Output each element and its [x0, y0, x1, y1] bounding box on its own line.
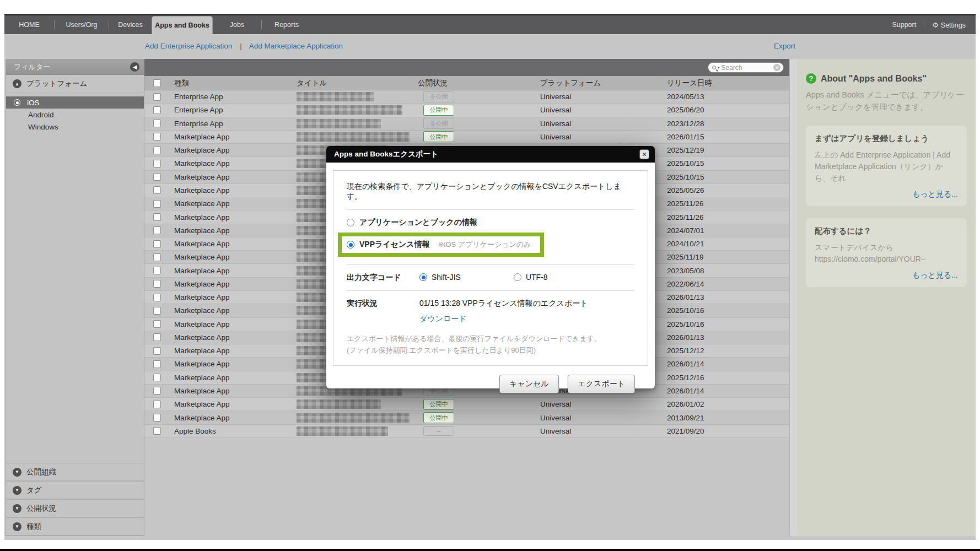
sidebar-collapse-button[interactable]: ◀ [130, 62, 139, 72]
row-checkbox[interactable] [153, 401, 161, 408]
modal-description: 現在の検索条件で、アプリケーションとブックの情報をCSVエクスポートします。 [347, 182, 634, 202]
row-date: 2025/06/20 [663, 106, 789, 114]
row-checkbox[interactable] [153, 387, 161, 395]
sidebar-section[interactable]: ▼公開組織 [6, 463, 144, 481]
row-title-redacted [297, 105, 402, 115]
support-link[interactable]: Support [892, 21, 916, 29]
row-checkbox[interactable] [153, 226, 161, 234]
tab-jobs[interactable]: Jobs [213, 15, 261, 34]
sidebar-section[interactable]: ▼公開状況 [6, 499, 144, 517]
row-type: Marketplace App [170, 186, 292, 195]
row-date: 2024/10/21 [663, 240, 789, 248]
row-date: 2021/09/20 [663, 427, 789, 435]
row-checkbox[interactable] [153, 200, 161, 208]
row-checkbox[interactable] [153, 147, 161, 154]
sidebar-section[interactable]: ▼タグ [6, 481, 144, 499]
row-checkbox[interactable] [153, 360, 161, 368]
row-checkbox[interactable] [153, 120, 161, 127]
settings-link[interactable]: ⚙Settings [932, 21, 966, 29]
row-date: 2026/01/13 [663, 293, 789, 301]
row-date: 2025/11/19 [663, 253, 789, 261]
column-header-title[interactable]: タイトル [292, 78, 413, 88]
add-marketplace-application-link[interactable]: Add Marketplace Application [249, 42, 343, 50]
row-checkbox[interactable] [153, 280, 161, 288]
row-checkbox[interactable] [153, 213, 161, 221]
column-header-platform[interactable]: プラットフォーム [536, 78, 663, 88]
row-checkbox[interactable] [153, 253, 161, 261]
select-all-checkbox[interactable] [153, 79, 161, 87]
row-title-redacted [297, 413, 410, 423]
row-type: Enterprise App [170, 93, 292, 101]
sidebar-section-label: タグ [26, 485, 42, 495]
modal-note-line1: エクスポート情報がある場合、最後の実行ファイルをダウンロードできます。 [347, 334, 601, 343]
row-platform: Universal [536, 93, 663, 101]
row-checkbox[interactable] [153, 320, 161, 328]
row-checkbox[interactable] [153, 267, 161, 274]
row-title-redacted [297, 92, 374, 101]
sidebar-item-label: Windows [28, 123, 58, 131]
sidebar-section-platform[interactable]: ▲ プラットフォーム [6, 75, 144, 93]
bottom-edge [0, 549, 980, 551]
search-clear-icon[interactable]: ✕ [773, 64, 780, 71]
row-checkbox[interactable] [153, 133, 161, 141]
row-checkbox[interactable] [153, 240, 161, 248]
row-type: Marketplace App [170, 133, 292, 141]
row-checkbox[interactable] [153, 160, 161, 168]
help-card-title: 配布するには？ [815, 226, 958, 236]
row-title-redacted [297, 119, 381, 128]
scrollbar-track[interactable] [789, 59, 797, 536]
row-checkbox[interactable] [153, 106, 161, 114]
row-checkbox[interactable] [153, 186, 161, 194]
add-enterprise-application-link[interactable]: Add Enterprise Application [145, 42, 232, 50]
row-checkbox[interactable] [153, 427, 161, 435]
export-button[interactable]: エクスポート [568, 375, 635, 393]
see-more-link[interactable]: もっと見る... [912, 190, 958, 198]
tab-users-org[interactable]: Users/Org [55, 15, 109, 34]
nav-tabs: HOMEUsers/OrgDevicesApps and BooksJobsRe… [4, 15, 311, 34]
tab-home[interactable]: HOME [4, 15, 54, 34]
close-icon[interactable]: ✕ [639, 149, 649, 159]
charset-option-shift-jis[interactable]: Shift-JIS [419, 273, 461, 282]
row-checkbox[interactable] [153, 307, 161, 315]
sidebar-item-windows[interactable]: Windows [6, 121, 144, 133]
sidebar-section[interactable]: ▼種類 [6, 517, 144, 536]
charset-option-utf-8[interactable]: UTF-8 [514, 273, 548, 282]
platform-items: iOSAndroidWindows [6, 93, 144, 138]
see-more-link[interactable]: もっと見る... [912, 271, 958, 279]
row-checkbox[interactable] [153, 93, 161, 101]
row-date: 2022/06/14 [663, 280, 789, 288]
tab-reports[interactable]: Reports [262, 15, 311, 34]
help-card-body: スマートデバイスから https://clomo.com/portal/YOUR… [815, 242, 958, 265]
download-link[interactable]: ダウンロード [419, 314, 467, 324]
row-checkbox[interactable] [153, 333, 161, 341]
divider [347, 209, 634, 210]
row-date: 2013/09/21 [663, 414, 789, 422]
tab-devices[interactable]: Devices [109, 15, 152, 34]
status-badge: 公開中 [423, 131, 454, 142]
modal-body: 現在の検索条件で、アプリケーションとブックの情報をCSVエクスポートします。 ア… [326, 163, 655, 393]
gear-icon: ⚙ [932, 21, 939, 29]
row-checkbox[interactable] [153, 294, 161, 301]
sidebar-item-android[interactable]: Android [6, 109, 144, 121]
column-header-type[interactable]: 種類 [170, 78, 292, 88]
export-link[interactable]: Export [774, 42, 795, 50]
row-checkbox[interactable] [153, 347, 161, 355]
filter-header: フィルター ◀ [6, 60, 144, 75]
sidebar-item-ios[interactable]: iOS [6, 96, 144, 109]
radio-option-vpp-highlighted[interactable]: VPPライセンス情報 ※iOS アプリケーションのみ [338, 233, 544, 257]
tab-apps-and-books[interactable]: Apps and Books [152, 16, 213, 34]
row-type: Marketplace App [170, 347, 292, 355]
radio-option-apps-books[interactable]: アプリケーションとブックの情報 [347, 218, 634, 228]
row-checkbox[interactable] [153, 173, 161, 181]
row-checkbox[interactable] [153, 414, 161, 422]
help-card: 配布するには？スマートデバイスから https://clomo.com/port… [806, 218, 967, 287]
help-card: まずはアプリを登録しましょう左上の Add Enterprise Applica… [806, 126, 967, 206]
column-header-status[interactable]: 公開状況 [413, 78, 536, 88]
row-platform: Universal [536, 120, 663, 128]
row-checkbox[interactable] [153, 374, 161, 381]
cancel-button[interactable]: キャンセル [499, 375, 559, 393]
column-header-release-date[interactable]: リリース日時 [663, 78, 789, 88]
radio-selected-icon [347, 241, 354, 249]
search-input[interactable]: ▾ Search ✕ [708, 62, 784, 73]
row-type: Marketplace App [170, 306, 292, 315]
